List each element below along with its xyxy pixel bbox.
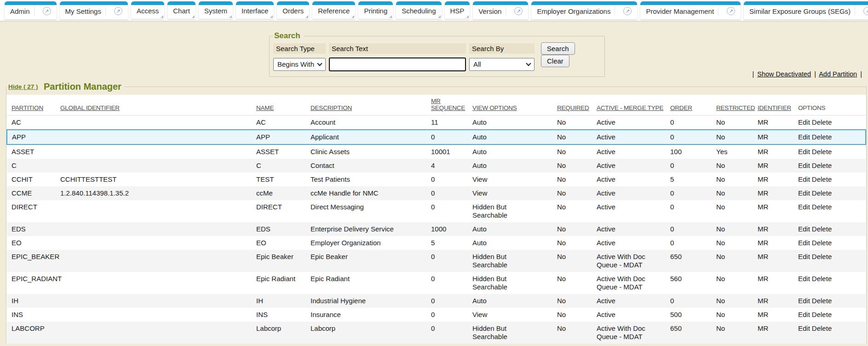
tab-employer-organizations[interactable]: Employer Organizations↗ xyxy=(531,1,637,19)
sort-link[interactable]: DESCRIPTION xyxy=(310,104,352,111)
column-header-restricted[interactable]: RESTRICTED xyxy=(716,95,758,115)
delete-row-link[interactable]: Delete xyxy=(812,311,832,318)
cell-value: 5 xyxy=(431,239,435,247)
delete-row-link[interactable]: Delete xyxy=(812,203,832,211)
cell-value: MR xyxy=(758,189,768,197)
tab-label: Orders xyxy=(282,7,304,15)
sort-link[interactable]: MR SEQUENCE xyxy=(431,98,465,111)
sort-link[interactable]: RESTRICTED xyxy=(716,104,755,111)
delete-row-link[interactable]: Delete xyxy=(812,161,832,169)
cell-value: CCME xyxy=(11,189,32,197)
cell-partition: DIRECT xyxy=(7,200,60,222)
cell-value: Test Patients xyxy=(310,175,350,183)
cell-value: 0 xyxy=(431,175,435,183)
cell-restricted: No xyxy=(716,186,758,200)
search-by-select[interactable]: All xyxy=(469,58,535,71)
delete-row-link[interactable]: Delete xyxy=(812,239,832,247)
search-button[interactable]: Search xyxy=(541,42,575,55)
column-header-mr-sequence[interactable]: MR SEQUENCE xyxy=(431,95,472,115)
column-header-required[interactable]: REQUIRED xyxy=(557,95,597,115)
edit-row-link[interactable]: Edit xyxy=(798,175,810,183)
hide-count-link[interactable]: Hide ( 27 ) xyxy=(8,83,38,90)
tab-scheduling[interactable]: Scheduling xyxy=(396,1,441,19)
delete-row-link[interactable]: Delete xyxy=(812,133,832,141)
edit-row-link[interactable]: Edit xyxy=(798,239,810,247)
edit-row-link[interactable]: Edit xyxy=(798,161,810,169)
cell-value: No xyxy=(557,175,566,183)
delete-row-link[interactable]: Delete xyxy=(812,275,832,283)
tab-reference[interactable]: Reference xyxy=(312,1,355,19)
sort-link[interactable]: PARTITION xyxy=(11,104,43,111)
cell-required: No xyxy=(557,159,597,173)
column-header-identifier[interactable]: IDENTIFIER xyxy=(758,95,798,115)
delete-row-link[interactable]: Delete xyxy=(812,189,832,197)
cell-value: View xyxy=(472,311,487,319)
sort-link[interactable]: REQUIRED xyxy=(557,104,589,111)
edit-row-link[interactable]: Edit xyxy=(798,118,810,126)
sort-link[interactable]: ORDER xyxy=(670,104,692,111)
cell-order: 0 xyxy=(670,186,716,200)
cell-active-merge-type: Active With Doc Queue - MDAT xyxy=(597,322,670,344)
search-type-select[interactable]: Begins With xyxy=(273,58,326,71)
cell-value: Auto xyxy=(472,161,487,170)
column-header-partition[interactable]: PARTITION xyxy=(7,95,60,115)
edit-row-link[interactable]: Edit xyxy=(798,203,810,211)
tab-my-settings[interactable]: My Settings↗ xyxy=(60,1,128,19)
edit-row-link[interactable]: Edit xyxy=(798,253,810,260)
cell-value: 0 xyxy=(431,324,435,332)
edit-row-link[interactable]: Edit xyxy=(798,225,810,233)
edit-row-link[interactable]: Edit xyxy=(798,297,810,305)
tab-label: Version xyxy=(478,7,501,15)
edit-row-link[interactable]: Edit xyxy=(798,324,810,332)
tab-admin[interactable]: Admin↗ xyxy=(5,1,57,19)
tab-version[interactable]: Version↗ xyxy=(473,1,528,19)
sort-link[interactable]: NAME xyxy=(256,104,274,111)
cell-options: EditDelete xyxy=(798,250,866,272)
cell-active-merge-type: Active xyxy=(597,115,670,130)
delete-row-link[interactable]: Delete xyxy=(812,225,832,233)
tab-hsp[interactable]: HSP xyxy=(445,1,470,19)
column-header-active-merge-type[interactable]: ACTIVE - MERGE TYPE xyxy=(597,95,670,115)
sort-link[interactable]: IDENTIFIER xyxy=(758,104,791,111)
edit-row-link[interactable]: Edit xyxy=(798,275,810,283)
delete-row-link[interactable]: Delete xyxy=(812,324,832,332)
edit-row-link[interactable]: Edit xyxy=(798,133,810,141)
cell-view-options: Hidden But Searchable xyxy=(472,322,557,344)
edit-row-link[interactable]: Edit xyxy=(798,148,810,156)
delete-row-link[interactable]: Delete xyxy=(812,175,832,183)
sort-link[interactable]: GLOBAL IDENTIFIER xyxy=(60,104,120,111)
search-text-input[interactable] xyxy=(329,58,466,71)
delete-row-link[interactable]: Delete xyxy=(812,253,832,260)
add-partition-link[interactable]: Add Partition xyxy=(819,70,857,78)
cell-value: 0 xyxy=(431,203,435,211)
tab-similar-exposure-groups-segs[interactable]: Similar Exposure Groups (SEGs)↗ xyxy=(744,1,868,19)
cell-description: Clinic Assets xyxy=(310,144,431,159)
tab-orders[interactable]: Orders xyxy=(277,1,309,19)
cell-name: AC xyxy=(256,115,310,130)
tab-chart[interactable]: Chart xyxy=(167,1,195,19)
tab-provider-management[interactable]: Provider Management↗ xyxy=(640,1,741,19)
edit-row-link[interactable]: Edit xyxy=(798,311,810,318)
cell-value: Active xyxy=(597,161,615,170)
column-header-order[interactable]: ORDER xyxy=(670,95,716,115)
tab-system[interactable]: System xyxy=(199,1,233,19)
delete-row-link[interactable]: Delete xyxy=(812,297,832,305)
delete-row-link[interactable]: Delete xyxy=(812,118,832,126)
tab-printing[interactable]: Printing xyxy=(358,1,393,19)
edit-row-link[interactable]: Edit xyxy=(798,189,810,197)
delete-row-link[interactable]: Delete xyxy=(812,148,832,156)
column-header-global-identifier[interactable]: GLOBAL IDENTIFIER xyxy=(60,95,256,115)
sort-link[interactable]: ACTIVE - MERGE TYPE xyxy=(597,104,663,111)
tab-access[interactable]: Access xyxy=(131,1,164,19)
column-header-view-options[interactable]: VIEW OPTIONS xyxy=(472,95,557,115)
sort-link[interactable]: VIEW OPTIONS xyxy=(472,104,517,111)
column-header-description[interactable]: DESCRIPTION xyxy=(310,95,431,115)
column-header-name[interactable]: NAME xyxy=(256,95,310,115)
cell-global-identifier xyxy=(60,322,256,344)
tab-interface[interactable]: Interface xyxy=(236,1,274,19)
search-by-label: Search By xyxy=(469,43,535,54)
clear-button[interactable]: Clear xyxy=(541,55,569,67)
cell-value: MR xyxy=(758,175,768,183)
show-deactivated-link[interactable]: Show Deactivated xyxy=(757,70,811,78)
table-row-asset: ASSETASSETClinic Assets10001AutoNoActive… xyxy=(7,144,866,159)
